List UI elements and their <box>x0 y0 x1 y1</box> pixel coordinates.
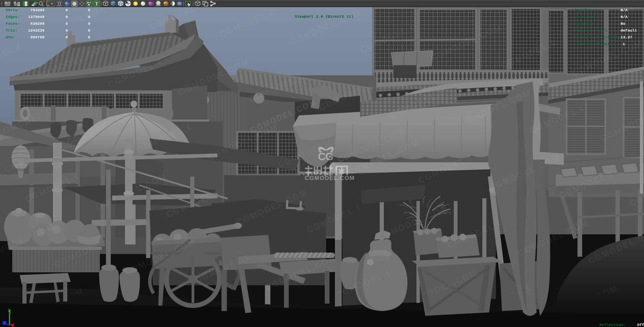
svg-text:Display Layer:: Display Layer: <box>575 28 608 33</box>
svg-text:0: 0 <box>88 35 90 39</box>
svg-text:0: 0 <box>66 35 68 39</box>
svg-text:1: 1 <box>623 42 625 46</box>
svg-text:Selected Objects:: Selected Objects: <box>575 42 614 46</box>
svg-text:1242239: 1242239 <box>28 28 44 33</box>
svg-text:0: 0 <box>88 28 90 33</box>
svg-text:Edges:: Edges: <box>6 15 20 19</box>
svg-text:0: 0 <box>66 21 68 26</box>
svg-text:N/A: N/A <box>621 8 628 12</box>
svg-text:0: 0 <box>66 15 68 19</box>
svg-text:Off: Off <box>637 323 644 327</box>
svg-text:754303: 754303 <box>31 8 45 12</box>
svg-text:Distance From Camera:: Distance From Camera: <box>575 35 624 39</box>
svg-text:y: y <box>8 308 11 312</box>
svg-text:989765: 989765 <box>31 35 45 39</box>
svg-text:1375649: 1375649 <box>28 15 44 19</box>
svg-text:Faces:: Faces: <box>6 21 20 26</box>
svg-text:Backfaces:: Backfaces: <box>575 8 598 12</box>
svg-text:N/A: N/A <box>621 15 628 19</box>
svg-text:Instance:: Instance: <box>575 21 596 26</box>
svg-text:0: 0 <box>88 15 90 19</box>
svg-text:Viewport 2.0 (DirectX 11): Viewport 2.0 (DirectX 11) <box>295 14 354 19</box>
svg-text:x: x <box>12 324 14 327</box>
svg-text:0: 0 <box>88 21 90 26</box>
svg-text:T: T <box>95 1 99 6</box>
svg-text:0: 0 <box>66 28 68 33</box>
svg-text:Reflection:: Reflection: <box>600 323 625 327</box>
svg-text:CGMODEL.COM: CGMODEL.COM <box>305 175 355 181</box>
svg-text:Smoothness:: Smoothness: <box>575 15 601 19</box>
svg-text:No: No <box>621 21 625 26</box>
svg-text:0: 0 <box>88 8 90 12</box>
svg-text:636208: 636208 <box>31 21 45 26</box>
svg-text:13.27: 13.27 <box>621 35 632 39</box>
svg-text:0: 0 <box>66 8 68 12</box>
svg-text:UVs:: UVs: <box>6 35 15 39</box>
svg-text:Verts:: Verts: <box>6 8 20 12</box>
svg-text:default: default <box>621 28 637 33</box>
svg-text:CG: CG <box>318 151 333 163</box>
svg-text:Tris:: Tris: <box>6 28 18 33</box>
